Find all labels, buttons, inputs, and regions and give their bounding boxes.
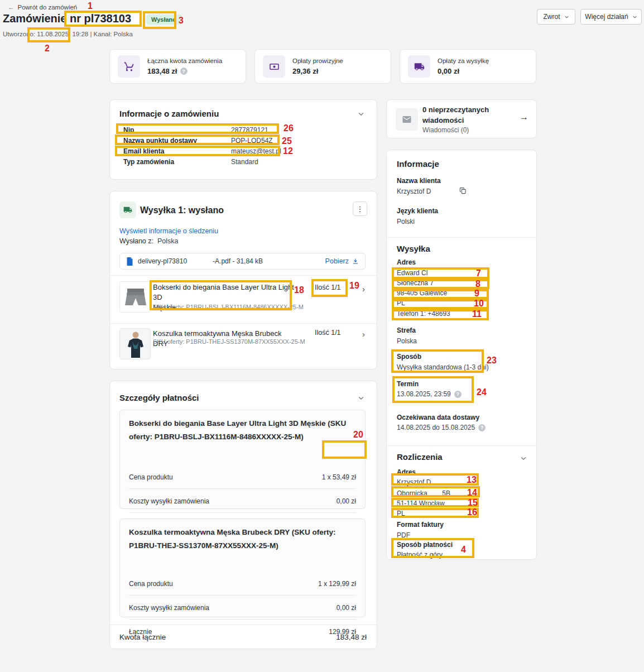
- product-qty: Ilość 1/1: [315, 284, 341, 291]
- summary-label: Opłaty za wysyłkę: [438, 57, 489, 64]
- shipped-from-label: Wysłano z:: [119, 237, 153, 245]
- more-actions-label: Więcej działań: [585, 13, 628, 21]
- collapse-chevron-icon[interactable]: [520, 455, 527, 462]
- info-row-label: Typ zamówienia: [123, 158, 174, 166]
- summary-label: Łączna kwota zamówienia: [147, 57, 222, 64]
- order-detail-page: ←Powrót do zamówień Zamówienie nr pl7381…: [0, 0, 644, 672]
- billing-line: PL: [397, 510, 405, 517]
- payment-row-label: Koszty wysyłki zamówienia: [129, 497, 209, 505]
- info-row-value: mateusz@test.pl: [231, 147, 281, 155]
- payment-item-title: Bokserki do biegania Base Layer Ultra Li…: [129, 417, 352, 444]
- page-title: Zamówienie nr pl738103-A: [3, 12, 161, 25]
- annotation-number-2: 2: [45, 44, 50, 53]
- shipment-title: Wysyłka 1: wysłano: [140, 205, 224, 215]
- download-icon: [352, 258, 359, 265]
- order-total-value: 183,48 zł: [336, 633, 367, 641]
- info-row-value: Standard: [231, 158, 258, 166]
- back-arrow-icon: ←: [8, 4, 15, 11]
- download-link[interactable]: Pobierz: [325, 257, 359, 265]
- shipped-from-value: Polska: [157, 237, 179, 245]
- order-info-card: Informacje o zamówieniu Nip 2877879121 N…: [109, 99, 377, 180]
- address-line: Edward Cl: [397, 269, 427, 277]
- messages-sub: Wiadomości (0): [422, 126, 469, 134]
- summary-card-total: Łączna kwota zamówienia 183,48 zł?: [109, 49, 246, 84]
- product-sku: SKU oferty: P1BRU-THEJ-SS1370M-87XX55XXX…: [153, 338, 305, 345]
- info-row-label: Nazwa punktu dostawy: [123, 137, 197, 145]
- zone-value: Polska: [397, 337, 417, 345]
- chevron-right-icon[interactable]: ›: [362, 284, 365, 294]
- summary-value: 183,48 zł: [147, 67, 177, 75]
- shipment-card: Wysyłka 1: wysłano ⋮ Wyświetl informacje…: [109, 191, 377, 369]
- shipping-label-file-row: delivery-pl73810-A.pdf - 31,84 kB Pobier…: [119, 253, 366, 270]
- product-image-boxers: [119, 281, 151, 313]
- return-button[interactable]: Zwrot: [537, 9, 575, 25]
- copy-icon[interactable]: [459, 187, 467, 194]
- payment-details-card: Szczegóły płatności Bokserki do biegania…: [109, 381, 377, 649]
- language-label: Język klienta: [397, 207, 438, 215]
- back-to-orders-link[interactable]: ←Powrót do zamówień: [8, 4, 77, 11]
- method-value: Wysyłka standardowa (1-3 dni): [397, 363, 489, 371]
- divider: [110, 323, 377, 324]
- banknote-icon: [263, 55, 285, 78]
- kebab-menu-button[interactable]: ⋮: [353, 201, 367, 216]
- expected-delivery-value: 14.08.2025 do 15.08.2025?: [397, 424, 486, 431]
- divider: [129, 619, 356, 620]
- info-row-value: 2877879121: [231, 126, 268, 134]
- tracking-link[interactable]: Wyświetl informacje o śledzeniu: [119, 227, 218, 235]
- divider: [110, 275, 377, 276]
- order-number: pl738103: [84, 12, 132, 25]
- product-qty: Ilość 1/1: [315, 329, 341, 337]
- chevron-down-icon: [564, 15, 569, 20]
- address-line: 98-405 Galewice: [397, 289, 447, 297]
- invoice-format-label: Format faktury: [397, 521, 444, 529]
- messages-card[interactable]: 0 nieprzeczytanych wiadomości Wiadomości…: [386, 99, 537, 138]
- divider: [387, 445, 536, 446]
- customer-name: Krzysztof D: [397, 188, 431, 195]
- summary-value: 29,36 zł: [292, 67, 318, 75]
- billing-line: Krzysztof D: [397, 478, 431, 486]
- divider: [110, 625, 377, 625]
- address-line: Słoneczna 7: [397, 279, 434, 287]
- payment-row-value: 1 x 129,99 zł: [318, 580, 356, 588]
- method-label: Sposób: [397, 353, 421, 361]
- payment-row-value: 0,00 zł: [337, 604, 356, 612]
- status-badge: Wysłano: [146, 15, 181, 25]
- payment-item-card: Bokserki do biegania Base Layer Ultra Li…: [119, 410, 366, 509]
- annotation-number-1: 1: [88, 2, 93, 11]
- address-line: Telefon 1: +48693: [397, 310, 450, 318]
- file-suffix: -A.pdf - 31,84 kB: [213, 257, 263, 265]
- help-icon[interactable]: ?: [180, 68, 188, 75]
- divider: [129, 595, 356, 596]
- info-row-label: Nip: [123, 126, 134, 134]
- collapse-chevron-icon[interactable]: [358, 111, 364, 117]
- chevron-right-icon[interactable]: ›: [362, 329, 365, 339]
- divider: [387, 237, 536, 238]
- sidebar-card: Informacje Nazwa klienta Krzysztof D Jęz…: [386, 150, 537, 560]
- truck-icon: [119, 201, 136, 218]
- shipped-from-line: Wysłano z: Polska: [119, 237, 179, 245]
- summary-card-commission: Opłaty prowizyjne 29,36 zł: [254, 49, 391, 84]
- order-title-prefix: Zamówienie nr: [3, 12, 81, 25]
- more-actions-button[interactable]: Więcej działań: [580, 9, 642, 25]
- payment-item-card: Koszulka termoaktywna Męska Brubeck DRY …: [119, 519, 366, 617]
- payment-row-label: Cena produktu: [129, 580, 173, 588]
- divider: [129, 512, 356, 513]
- sidebar-info-title: Informacje: [397, 159, 439, 169]
- file-icon: [126, 257, 133, 266]
- download-label: Pobierz: [325, 257, 349, 265]
- payment-title: Szczegóły płatności: [119, 393, 199, 402]
- created-line: Utworzono: 11.08.2025, 19:28 | Kanał: Po…: [3, 31, 133, 37]
- address-line: PL: [397, 299, 405, 307]
- billing-address-label: Adres: [397, 468, 416, 476]
- collapse-chevron-icon[interactable]: [358, 395, 364, 401]
- payment-row-value: 1 x 53,49 zł: [322, 473, 356, 481]
- customer-name-label: Nazwa klienta: [397, 177, 441, 185]
- invoice-format-value: PDF: [397, 531, 410, 539]
- help-icon[interactable]: ?: [478, 424, 486, 431]
- deadline-value: 13.08.2025, 23:59?: [397, 390, 462, 398]
- arrow-right-icon[interactable]: →: [520, 112, 528, 122]
- payment-row-label: Cena produktu: [129, 473, 173, 481]
- divider: [129, 488, 356, 489]
- help-icon[interactable]: ?: [454, 391, 462, 398]
- messages-count-line1: 0 nieprzeczytanych: [422, 105, 489, 114]
